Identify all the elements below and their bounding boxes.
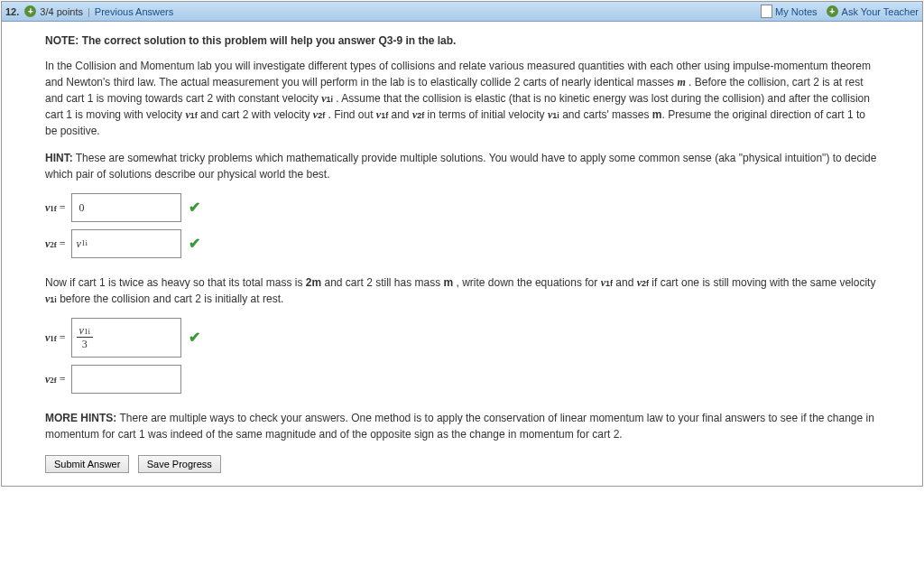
points-text: 3/4 points bbox=[40, 6, 83, 17]
button-row: Submit Answer Save Progress bbox=[45, 455, 879, 473]
answer-row-4: v2f = bbox=[45, 365, 879, 394]
check-icon: ✔ bbox=[189, 197, 200, 218]
paragraph-2: Now if cart 1 is twice as heavy so that … bbox=[45, 274, 879, 307]
check-icon: ✔ bbox=[189, 327, 200, 348]
v1f-label-2: v1f = bbox=[45, 330, 66, 346]
answer-row-3: v1f = v1i 3 ✔ bbox=[45, 318, 879, 358]
separator: | bbox=[88, 6, 90, 17]
question-content: NOTE: The correct solution to this probl… bbox=[2, 22, 922, 486]
v1f-label: v1f = bbox=[45, 200, 66, 216]
v1f-input[interactable]: 0 bbox=[71, 193, 181, 222]
ask-teacher-link[interactable]: Ask Your Teacher bbox=[842, 6, 919, 17]
check-icon: ✔ bbox=[189, 233, 200, 255]
v1f-input-2[interactable]: v1i 3 bbox=[71, 318, 181, 358]
answer-row-2: v2f = v1i ✔ bbox=[45, 229, 879, 258]
plus-icon: + bbox=[24, 5, 36, 17]
v2f-input[interactable]: v1i bbox=[71, 229, 181, 258]
v2f-label: v2f = bbox=[45, 236, 66, 252]
question-number: 12. bbox=[5, 6, 19, 17]
question-frame: 12. + 3/4 points | Previous Answers My N… bbox=[1, 1, 923, 487]
v2f-input-2[interactable] bbox=[71, 365, 181, 394]
hint-paragraph: HINT: These are somewhat tricky problems… bbox=[45, 150, 879, 182]
paragraph-1: In the Collision and Momentum lab you wi… bbox=[45, 58, 879, 139]
more-hints-paragraph: MORE HINTS: There are multiple ways to c… bbox=[45, 410, 879, 442]
v2f-label-2: v2f = bbox=[45, 371, 66, 387]
fraction: v1i 3 bbox=[77, 325, 93, 349]
note-heading: NOTE: The correct solution to this probl… bbox=[45, 33, 879, 49]
plus-icon: + bbox=[827, 5, 838, 17]
question-header: 12. + 3/4 points | Previous Answers My N… bbox=[2, 2, 922, 22]
save-progress-button[interactable]: Save Progress bbox=[138, 455, 221, 473]
previous-answers-link[interactable]: Previous Answers bbox=[95, 6, 173, 17]
answer-row-1: v1f = 0 ✔ bbox=[45, 193, 879, 222]
submit-answer-button[interactable]: Submit Answer bbox=[45, 455, 129, 473]
my-notes-link[interactable]: My Notes bbox=[775, 6, 817, 17]
note-icon bbox=[761, 5, 772, 18]
